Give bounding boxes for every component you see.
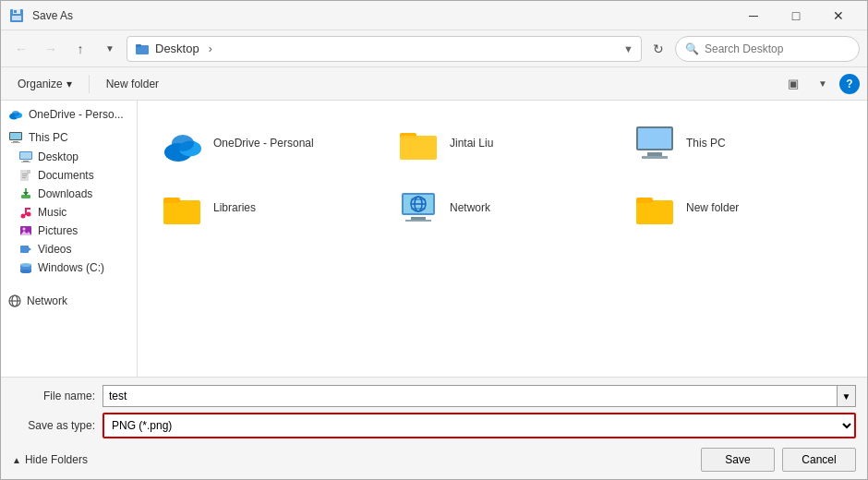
minimize-button[interactable]: ─ [732, 1, 775, 30]
svg-point-32 [23, 228, 26, 231]
sidebar-item-music[interactable]: Music [1, 203, 137, 222]
forward-button[interactable]: → [38, 36, 64, 62]
svg-rect-2 [12, 16, 21, 20]
search-icon: 🔍 [685, 42, 699, 55]
action-row: ▲ Hide Folders Save Cancel [12, 444, 856, 472]
organize-label: Organize [18, 78, 63, 90]
back-button[interactable]: ← [8, 36, 34, 62]
svg-rect-48 [400, 136, 437, 160]
address-path-arrow: › [209, 42, 212, 55]
svg-rect-21 [22, 175, 27, 176]
maximize-button[interactable]: □ [775, 1, 817, 30]
help-button[interactable]: ? [839, 74, 860, 94]
downloads-icon [19, 187, 32, 200]
hide-folders-arrow-icon: ▲ [12, 455, 21, 465]
toolbar-right: ▣ ▼ ? [780, 71, 860, 97]
file-label-onedrive: OneDrive - Personal [213, 137, 314, 150]
network-sidebar-icon [8, 294, 21, 307]
svg-rect-22 [22, 177, 26, 178]
file-item-network[interactable]: Network [389, 180, 616, 235]
organize-button[interactable]: Organize ▾ [8, 72, 81, 96]
svg-rect-12 [11, 142, 20, 143]
newfolder-icon [633, 186, 677, 230]
address-path-text: Desktop [155, 42, 199, 55]
new-folder-button[interactable]: New folder [97, 72, 168, 96]
filename-input-wrapper: ▼ [102, 385, 856, 407]
organize-arrow: ▾ [66, 78, 72, 90]
bottom-bar: File name: ▼ Save as type: PNG (*.png) ▲… [1, 377, 867, 479]
hide-folders-button[interactable]: ▲ Hide Folders [12, 453, 88, 466]
refresh-button[interactable]: ↻ [645, 36, 671, 62]
file-item-thispc[interactable]: This PC [625, 115, 852, 171]
onedrive-icon [8, 107, 23, 122]
recent-locations-button[interactable]: ▼ [97, 36, 123, 62]
view-toggle-button[interactable]: ▣ [780, 71, 806, 97]
save-button[interactable]: Save [701, 448, 775, 472]
network-large-icon [396, 186, 440, 230]
sidebar-thispc-label: This PC [29, 131, 68, 144]
svg-rect-65 [636, 198, 653, 203]
svg-rect-3 [14, 10, 17, 13]
file-label-libraries: Libraries [213, 201, 256, 214]
filename-row: File name: ▼ [12, 385, 856, 407]
sidebar-downloads-label: Downloads [38, 187, 92, 200]
svg-rect-19 [27, 170, 30, 174]
file-item-onedrive[interactable]: OneDrive - Personal [152, 115, 380, 171]
sidebar-item-downloads[interactable]: Downloads [1, 185, 137, 203]
sidebar-item-pictures[interactable]: Pictures [1, 222, 137, 240]
filetype-select-wrapper: PNG (*.png) [102, 413, 856, 438]
title-text: Save As [32, 9, 73, 22]
folder-jintai-icon [396, 121, 440, 165]
filename-dropdown-button[interactable]: ▼ [838, 385, 856, 407]
thispc-large-icon [633, 121, 677, 165]
file-item-newfolder[interactable]: New folder [625, 180, 852, 235]
sidebar-item-network[interactable]: Network [1, 292, 137, 310]
sidebar-item-thispc[interactable]: This PC [1, 125, 137, 148]
action-buttons: Save Cancel [701, 448, 856, 472]
svg-point-27 [21, 214, 26, 219]
svg-rect-34 [20, 246, 29, 253]
save-as-dialog: Save As ─ □ ✕ ← → ↑ ▼ Desktop › ▼ ↻ 🔍 [0, 0, 868, 480]
sidebar-item-windows-c[interactable]: Windows (C:) [1, 258, 137, 277]
search-box: 🔍 [675, 36, 860, 62]
sidebar-pictures-label: Pictures [38, 224, 78, 237]
sidebar-item-desktop[interactable]: Desktop [1, 148, 137, 166]
file-area: OneDrive - Personal Jintai Liu [138, 101, 867, 377]
title-icon [8, 7, 25, 24]
sidebar-documents-label: Documents [38, 169, 94, 182]
hide-folders-label: Hide Folders [25, 453, 88, 466]
filetype-select[interactable]: PNG (*.png) [104, 414, 854, 437]
filename-input[interactable] [102, 385, 838, 407]
sidebar: OneDrive - Perso... This PC [1, 101, 138, 377]
svg-rect-5 [136, 44, 141, 47]
sidebar-item-videos[interactable]: Videos [1, 240, 137, 258]
svg-rect-54 [163, 198, 180, 203]
address-path[interactable]: Desktop › ▼ [127, 36, 642, 62]
close-button[interactable]: ✕ [817, 1, 860, 30]
documents-icon [19, 169, 32, 182]
svg-point-28 [27, 212, 31, 217]
file-item-libraries[interactable]: Libraries [152, 180, 380, 235]
file-item-jintai[interactable]: Jintai Liu [389, 115, 616, 171]
music-icon [19, 206, 32, 219]
svg-point-8 [12, 111, 19, 116]
search-input[interactable] [705, 42, 850, 55]
main-content: OneDrive - Perso... This PC [1, 101, 867, 377]
filetype-row: Save as type: PNG (*.png) [12, 413, 856, 438]
cancel-button[interactable]: Cancel [782, 448, 856, 472]
sidebar-item-onedrive[interactable]: OneDrive - Perso... [1, 104, 137, 125]
sidebar-item-documents[interactable]: Documents [1, 166, 137, 185]
svg-rect-63 [405, 220, 431, 222]
up-button[interactable]: ↑ [67, 36, 93, 62]
desktop-icon [19, 150, 32, 163]
svg-rect-14 [20, 152, 31, 159]
svg-rect-64 [636, 200, 673, 224]
libraries-icon [160, 186, 204, 230]
svg-rect-16 [21, 162, 30, 162]
address-bar: ← → ↑ ▼ Desktop › ▼ ↻ 🔍 [1, 30, 867, 67]
svg-rect-10 [10, 133, 21, 139]
file-label-jintai: Jintai Liu [450, 137, 493, 150]
view-dropdown-button[interactable]: ▼ [810, 71, 836, 97]
file-label-thispc: This PC [686, 137, 726, 150]
file-label-network: Network [450, 201, 490, 214]
